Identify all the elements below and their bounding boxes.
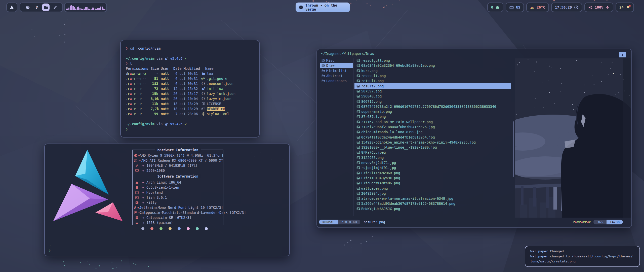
terminal-output: ❯ cd .config/nvim~/.config/nvim via v5.4… bbox=[126, 46, 257, 131]
file-row[interactable]: 19201080-__blue-tinge__-1920×1080.jpg bbox=[354, 145, 511, 150]
pacman-icon bbox=[495, 5, 500, 10]
software-info-title: Software Information bbox=[155, 174, 201, 178]
fetch-info-text: 1558 (pacman) bbox=[146, 221, 173, 225]
file-row[interactable]: 587597.jpg bbox=[354, 89, 511, 94]
file-row[interactable]: re1sult.png bbox=[354, 78, 511, 83]
arrow-icon: → bbox=[136, 206, 139, 210]
cava-bar bbox=[79, 8, 81, 10]
folder-open-icon bbox=[321, 74, 325, 78]
ls-table-row: .rw-r--r--51matt 6 oct 00:31git.gitignor… bbox=[126, 76, 257, 81]
tab-badge[interactable]: 1 bbox=[619, 52, 626, 57]
tray-clock[interactable]: 17:50:29 bbox=[551, 3, 582, 12]
app-launcher-button[interactable] bbox=[6, 3, 17, 12]
workspace-2-vim-icon[interactable]: V bbox=[33, 4, 41, 11]
fetch-info-text: 6.5.8-zen1-1-zen bbox=[146, 185, 179, 189]
file-row[interactable]: EeNKYgIUcAAJ5JX.png bbox=[354, 206, 511, 211]
cava-bar bbox=[66, 9, 67, 10]
file-row[interactable]: 217167-sad-anime-rain-wallpaper.png bbox=[354, 119, 511, 124]
file-row[interactable]: 0c794faf07de24a4db4d4fb1eb813964.jpg bbox=[354, 134, 511, 140]
terminal-prompt-input[interactable]: ❯ bbox=[126, 126, 257, 131]
file-manager-window[interactable]: ~/Imagenes/Wallpapers/Draw 1 MiscDrawMin… bbox=[316, 49, 632, 228]
tray-keyboard-layout[interactable]: US bbox=[506, 3, 524, 12]
cava-bar bbox=[91, 9, 92, 10]
active-window-title[interactable]: thrown - on the verge bbox=[296, 3, 350, 12]
file-row[interactable]: 5a266e448add93deab367d87173e9f25-6837886… bbox=[354, 201, 511, 206]
tray-volume[interactable]: 100% bbox=[584, 3, 613, 12]
arrow-icon: → bbox=[140, 216, 146, 220]
fetch-info-line: →Catppuccin-SE [GTK2/3] bbox=[133, 215, 223, 220]
file-row[interactable]: result2.png bbox=[354, 83, 511, 88]
sidebar-item-misc[interactable]: Misc bbox=[320, 58, 353, 63]
palette-dot bbox=[196, 227, 199, 230]
arrow-icon: → bbox=[138, 211, 140, 215]
image-file-icon bbox=[356, 161, 360, 164]
file-row[interactable]: FXfcJlTXgAMvH6R.png bbox=[354, 171, 511, 176]
notification-toast[interactable]: Wallpaper Changed Wallpaper changed to /… bbox=[525, 246, 640, 267]
terminal-window-nvim-config[interactable]: ❯ cd .config/nvim~/.config/nvim via v5.4… bbox=[120, 40, 260, 138]
file-row[interactable]: ressdfgult.png bbox=[354, 58, 511, 63]
file-row[interactable]: super-mario.png bbox=[354, 109, 511, 114]
file-row[interactable]: 68747470733a2f2f696d616765732d7769786d70… bbox=[354, 104, 511, 109]
file-row[interactable]: FXfcII0X0AQyn9X.png bbox=[354, 176, 511, 181]
file-row[interactable]: FXfcHgcWIAMzs0G.png bbox=[354, 181, 511, 186]
notification-title: Wallpaper Changed bbox=[530, 249, 634, 254]
sidebar-item-abstract[interactable]: Abstract bbox=[320, 73, 353, 78]
ls-table-row: .rw-r--r--11kmatt18 oct 13:29LICENSE bbox=[126, 101, 257, 106]
arch-logo-icon bbox=[10, 5, 14, 10]
folder-open-icon bbox=[321, 64, 325, 67]
selected-file-name: result2.png bbox=[364, 220, 385, 224]
sidebar-item-landscapes[interactable]: Landscapes bbox=[320, 78, 353, 83]
sidebar-item-draw[interactable]: Draw bbox=[320, 63, 353, 68]
file-row[interactable]: 596848.jpg bbox=[354, 94, 511, 99]
ls-table-row: .rw-r--r--15kmatt26 oct 15:17{}lazy-lock… bbox=[126, 91, 257, 96]
file-row[interactable]: 20492984.jpg bbox=[354, 191, 511, 196]
tray-keyboard-layout-value: US bbox=[516, 5, 520, 9]
workspace-3-folder-icon[interactable] bbox=[42, 4, 50, 11]
file-row[interactable]: 87r687df.png bbox=[354, 114, 511, 119]
software-info-box: Software Information →Arch Linux x86_64→… bbox=[132, 176, 223, 225]
file-row[interactable]: atardecer-en-la-montanas-ilustracion-634… bbox=[354, 196, 511, 201]
tray-weather[interactable]: 26°C bbox=[526, 3, 549, 12]
file-list-scrollbar[interactable] bbox=[513, 121, 514, 177]
palette-dot bbox=[178, 227, 181, 230]
tux-icon bbox=[134, 186, 140, 189]
file-row[interactable]: wallpaper.png bbox=[354, 186, 511, 191]
fetch-info-line: A→JetBrainsMono Nerd Font Light 10 [GTK2… bbox=[133, 205, 223, 210]
file-row[interactable]: nnvuv0xj2df71.jpg bbox=[354, 160, 511, 165]
image-file-icon bbox=[356, 120, 360, 124]
image-file-icon bbox=[356, 130, 360, 134]
hardware-info-box: Hardware Information →AMD Ryzen 9 5900X … bbox=[132, 150, 223, 176]
arrow-icon: → bbox=[140, 190, 146, 194]
tray-weather-value: 26°C bbox=[537, 5, 545, 9]
window-title-text: thrown - on the verge bbox=[305, 3, 347, 11]
cava-bar bbox=[84, 9, 85, 10]
file-row[interactable]: 3122955.png bbox=[354, 155, 511, 160]
bell-icon bbox=[626, 5, 630, 10]
file-row[interactable]: resssult.png bbox=[354, 73, 511, 78]
tray-updates[interactable]: 0 bbox=[487, 3, 503, 12]
folder-sidebar: MiscDrawMinimalistAbstractLandscapes bbox=[320, 58, 353, 83]
tray-notifications[interactable]: 24 bbox=[616, 3, 634, 12]
file-row[interactable]: 08a634fa02a32364f69ebc86a98eb1eb.png bbox=[354, 63, 511, 68]
file-row[interactable]: 866715.png bbox=[354, 99, 511, 104]
file-row[interactable]: rsjqojlmjhf91.jpg bbox=[354, 165, 511, 170]
file-row[interactable]: 8FKa7Cu.jpeg bbox=[354, 150, 511, 155]
file-row[interactable]: 3126f7e9bbf21a8a4af0b67b041c6e26.jpg bbox=[354, 124, 511, 129]
gpu-icon bbox=[134, 159, 138, 162]
arrow-icon: → bbox=[140, 180, 146, 184]
image-file-icon bbox=[356, 59, 360, 62]
image-file-icon bbox=[356, 207, 360, 211]
rainbow-icon bbox=[530, 5, 534, 10]
workspace-4-brush-icon[interactable] bbox=[51, 4, 59, 11]
fetch-info-text: fish 3.6.1 bbox=[146, 195, 167, 199]
image-file-icon bbox=[356, 202, 360, 205]
cursor-position-badge: 14/38 bbox=[607, 220, 623, 224]
file-row[interactable]: kurz.png bbox=[354, 68, 511, 73]
file-row[interactable]: chica-mirando-la-luna-8799.jpg bbox=[354, 129, 511, 134]
image-file-icon bbox=[356, 100, 360, 103]
workspace-1-firefox-icon[interactable] bbox=[24, 4, 31, 11]
file-row[interactable]: 154928-odinokoe_anime-art-anime-okno-sin… bbox=[354, 140, 511, 145]
arrow-icon: → bbox=[138, 158, 141, 162]
sidebar-item-minimalist[interactable]: Minimalist bbox=[320, 68, 353, 73]
terminal-window-fetch[interactable]: Hardware Information →AMD Ryzen 9 5900X … bbox=[44, 144, 290, 256]
